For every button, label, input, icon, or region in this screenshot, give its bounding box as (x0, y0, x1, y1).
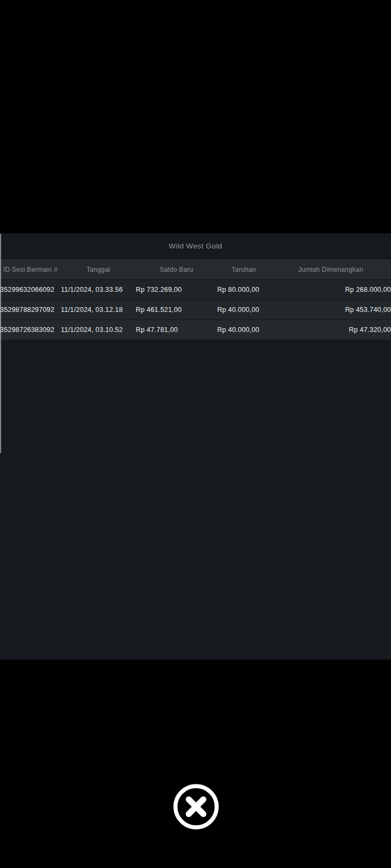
table-header-row: ID Sesi Bermain # Tanggal Saldo Baru Tar… (0, 259, 391, 280)
bet-cell: Rp 40.000,00 (217, 300, 270, 320)
history-table: ID Sesi Bermain # Tanggal Saldo Baru Tar… (0, 259, 391, 340)
column-header-balance: Saldo Baru (136, 259, 217, 280)
balance-cell: Rp 461.521,00 (136, 300, 217, 320)
column-header-session-id: ID Sesi Bermain # (0, 259, 61, 280)
balance-cell: Rp 47.781,00 (136, 320, 217, 340)
date-cell: 11/1/2024, 03.12.18 (61, 300, 136, 320)
date-cell: 11/1/2024, 03.10.52 (61, 320, 136, 340)
game-history-panel: Wild West Gold ID Sesi Bermain # Tanggal… (0, 233, 391, 660)
session-id-cell: 35299632066092 (0, 280, 61, 300)
screen: Wild West Gold ID Sesi Bermain # Tanggal… (0, 0, 391, 868)
table-row: 35298726383092 11/1/2024, 03.10.52 Rp 47… (0, 320, 391, 340)
close-icon (172, 782, 220, 831)
win-cell: Rp 268.000,00 (270, 280, 391, 300)
bet-cell: Rp 80.000,00 (217, 280, 270, 300)
balance-cell: Rp 732.269,00 (136, 280, 217, 300)
bet-cell: Rp 40.000,00 (217, 320, 270, 340)
scrollbar-thumb[interactable] (0, 234, 1, 453)
column-header-win: Jumlah Dimenangkan (270, 259, 391, 280)
win-cell: Rp 453.740,00 (270, 300, 391, 320)
column-header-date: Tanggal (61, 259, 136, 280)
table-row: 35298788297092 11/1/2024, 03.12.18 Rp 46… (0, 300, 391, 320)
session-id-cell: 35298726383092 (0, 320, 61, 340)
session-id-cell: 35298788297092 (0, 300, 61, 320)
modal-backdrop (0, 0, 391, 233)
column-header-bet: Taruhan (217, 259, 270, 280)
win-cell: Rp 47.320,00 (270, 320, 391, 340)
close-button[interactable] (172, 782, 220, 831)
game-title: Wild West Gold (0, 233, 391, 259)
date-cell: 11/1/2024, 03.33.56 (61, 280, 136, 300)
table-row: 35299632066092 11/1/2024, 03.33.56 Rp 73… (0, 280, 391, 300)
